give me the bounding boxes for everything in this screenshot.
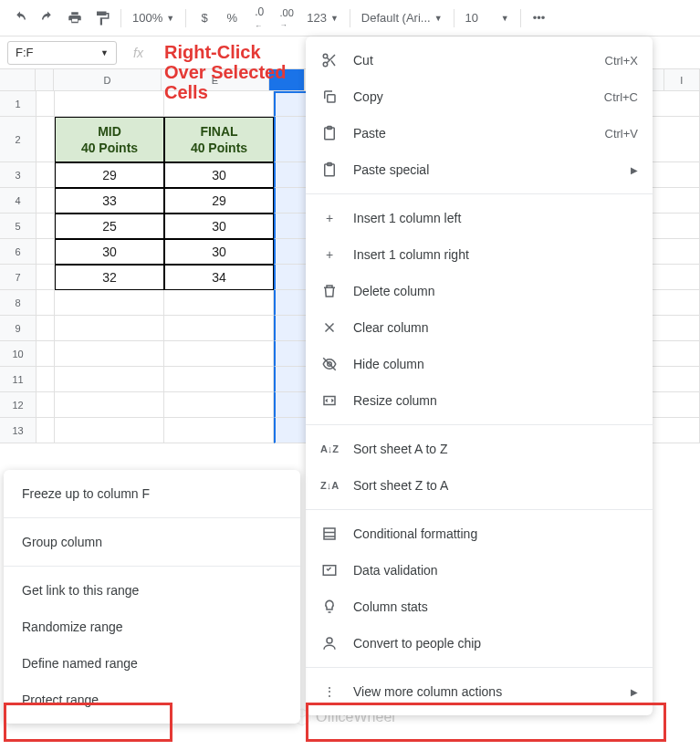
- plus-icon: +: [320, 245, 339, 264]
- fx-label: fx: [133, 46, 143, 60]
- sort-az-icon: A↓Z: [320, 440, 339, 458]
- ctx-insert-right[interactable]: +Insert 1 column right: [306, 236, 653, 273]
- annotation-overlay: Right-Click Over Selected Cells: [164, 42, 286, 102]
- currency-button[interactable]: $: [192, 5, 217, 31]
- cell-final[interactable]: 30: [164, 239, 274, 265]
- more-icon: ⋮: [320, 682, 339, 701]
- row-header[interactable]: 1: [0, 91, 37, 117]
- cell-final[interactable]: 34: [164, 265, 274, 290]
- row-header[interactable]: 4: [0, 188, 37, 214]
- ctx-hide-column[interactable]: Hide column: [306, 346, 653, 382]
- cell-final[interactable]: 30: [164, 214, 274, 239]
- column-header[interactable]: [36, 69, 54, 90]
- row-header[interactable]: 12: [0, 392, 37, 418]
- scissors-icon: [320, 51, 339, 69]
- percent-button[interactable]: %: [219, 5, 245, 31]
- cell-mid[interactable]: 25: [55, 214, 164, 239]
- undo-button[interactable]: [7, 5, 33, 31]
- paint-format-button[interactable]: [89, 5, 115, 31]
- ctx-paste-special[interactable]: Paste special▶: [306, 151, 653, 188]
- more-button[interactable]: •••: [527, 5, 552, 31]
- plus-icon: +: [320, 209, 339, 227]
- person-icon: [320, 634, 339, 652]
- cell-mid[interactable]: 29: [55, 162, 164, 188]
- toolbar: 100%▼ $ % .0← .00→ 123▼ Default (Ari...▼…: [0, 0, 700, 36]
- context-submenu: Freeze up to column F Group column Get l…: [4, 470, 300, 724]
- paste-icon: [320, 124, 339, 142]
- sub-get-link[interactable]: Get link to this range: [4, 572, 300, 609]
- cell-mid[interactable]: 32: [55, 265, 164, 290]
- increase-decimal-button[interactable]: .00→: [274, 5, 299, 31]
- ctx-people-chip[interactable]: Convert to people chip: [306, 625, 653, 661]
- row-header[interactable]: 2: [0, 117, 37, 162]
- column-header-d[interactable]: D: [54, 69, 162, 90]
- header-cell-final[interactable]: FINAL40 Points: [164, 117, 274, 162]
- ctx-sort-az[interactable]: A↓ZSort sheet A to Z: [306, 431, 653, 467]
- copy-icon: [320, 88, 339, 106]
- row-header[interactable]: 5: [0, 214, 37, 239]
- decrease-decimal-button[interactable]: .0←: [246, 5, 272, 31]
- separator: [520, 9, 521, 27]
- paste-special-icon: [320, 161, 339, 179]
- ctx-insert-left[interactable]: +Insert 1 column left: [306, 200, 653, 236]
- font-dropdown[interactable]: Default (Ari...▼: [356, 5, 448, 31]
- svg-rect-9: [324, 528, 335, 539]
- row-header[interactable]: 6: [0, 239, 37, 265]
- separator: [120, 9, 121, 27]
- ctx-clear-column[interactable]: Clear column: [306, 309, 653, 346]
- sub-group[interactable]: Group column: [4, 524, 300, 560]
- row-header[interactable]: 3: [0, 162, 37, 188]
- ctx-paste[interactable]: PasteCtrl+V: [306, 115, 653, 151]
- ctx-copy[interactable]: CopyCtrl+C: [306, 78, 653, 115]
- row-header[interactable]: 11: [0, 367, 37, 392]
- ctx-delete-column[interactable]: Delete column: [306, 273, 653, 309]
- ctx-conditional-formatting[interactable]: Conditional formatting: [306, 516, 653, 552]
- separator: [350, 9, 350, 27]
- row-header[interactable]: 9: [0, 316, 37, 341]
- lightbulb-icon: [320, 598, 339, 616]
- column-header-i[interactable]: I: [664, 69, 700, 90]
- svg-rect-10: [323, 566, 336, 576]
- row-header[interactable]: 7: [0, 265, 37, 290]
- data-validation-icon: [320, 561, 339, 579]
- sub-randomize[interactable]: Randomize range: [4, 609, 300, 645]
- eye-off-icon: [320, 355, 339, 373]
- ctx-cut[interactable]: CutCtrl+X: [306, 42, 653, 78]
- row-header[interactable]: 13: [0, 418, 37, 443]
- ctx-resize-column[interactable]: Resize column: [306, 382, 653, 419]
- sub-named-range[interactable]: Define named range: [4, 645, 300, 682]
- cond-format-icon: [320, 525, 339, 543]
- cell-mid[interactable]: 33: [55, 188, 164, 214]
- context-menu: CutCtrl+X CopyCtrl+C PasteCtrl+V Paste s…: [306, 36, 653, 715]
- sub-freeze[interactable]: Freeze up to column F: [4, 475, 300, 512]
- separator: [454, 9, 454, 27]
- row-header[interactable]: 10: [0, 341, 37, 367]
- header-cell-mid[interactable]: MID40 Points: [55, 117, 164, 162]
- sub-protect-range[interactable]: Protect range: [4, 682, 300, 718]
- sort-za-icon: Z↓A: [320, 476, 339, 495]
- select-all-corner[interactable]: [0, 69, 36, 90]
- x-icon: [320, 318, 339, 337]
- trash-icon: [320, 282, 339, 300]
- separator: [185, 9, 186, 27]
- resize-icon: [320, 391, 339, 410]
- ctx-data-validation[interactable]: Data validation: [306, 552, 653, 589]
- svg-rect-2: [328, 95, 335, 102]
- redo-button[interactable]: [35, 5, 60, 31]
- row-header[interactable]: 8: [0, 290, 37, 316]
- ctx-view-more[interactable]: ⋮View more column actions▶: [306, 673, 653, 710]
- zoom-dropdown[interactable]: 100%▼: [127, 5, 180, 31]
- ctx-sort-za[interactable]: Z↓ASort sheet Z to A: [306, 467, 653, 504]
- font-size-dropdown[interactable]: 10▼: [460, 5, 515, 31]
- number-format-dropdown[interactable]: 123▼: [301, 5, 344, 31]
- print-button[interactable]: [62, 5, 88, 31]
- name-box[interactable]: F:F▼: [7, 41, 117, 65]
- cell-final[interactable]: 29: [164, 188, 274, 214]
- ctx-column-stats[interactable]: Column stats: [306, 589, 653, 625]
- cell-final[interactable]: 30: [164, 162, 274, 188]
- svg-point-11: [327, 638, 332, 643]
- cell-mid[interactable]: 30: [55, 239, 164, 265]
